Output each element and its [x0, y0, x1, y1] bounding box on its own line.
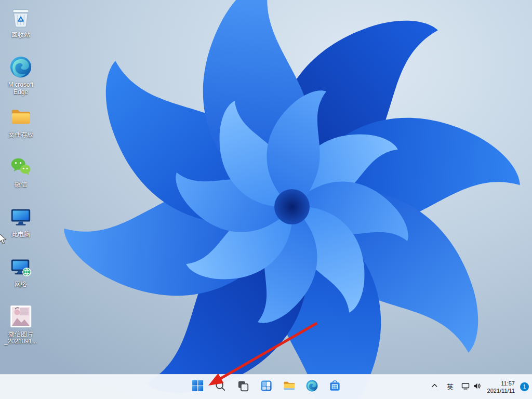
taskbar-center-icons: [187, 375, 345, 399]
search-button[interactable]: [210, 377, 231, 397]
store-button[interactable]: [324, 377, 345, 397]
edge-taskbar-button[interactable]: [301, 377, 322, 397]
recycle-bin-icon: [8, 5, 33, 30]
system-tray: 英 11:57 2021/11/11 1: [428, 375, 529, 399]
desktop-icon-folder[interactable]: 文件存放: [1, 103, 41, 150]
task-view-button[interactable]: [233, 377, 254, 397]
desktop-icon-label: 此电脑: [11, 231, 30, 238]
file-explorer-icon: [283, 379, 296, 394]
task-view-icon: [237, 380, 249, 394]
clock-time: 11:57: [487, 380, 515, 387]
desktop-icon-label: 微信图片_2021091...: [2, 330, 40, 345]
image-thumbnail-icon: [8, 304, 33, 329]
desktop-icon-label: 文件存放: [8, 131, 33, 138]
search-icon: [214, 380, 227, 394]
desktop-icon-edge[interactable]: Microsoft Edge: [1, 53, 41, 100]
network-tray-icon: [461, 382, 470, 392]
desktop-icon-network[interactable]: 网络: [1, 252, 41, 299]
clock[interactable]: 11:57 2021/11/11: [485, 377, 517, 397]
tray-overflow-button[interactable]: [428, 377, 442, 397]
file-explorer-button[interactable]: [278, 377, 299, 397]
store-icon: [328, 379, 341, 394]
notification-badge[interactable]: 1: [520, 382, 529, 391]
chevron-up-icon: [431, 382, 438, 392]
widgets-icon: [260, 379, 273, 394]
folder-icon: [8, 104, 33, 129]
taskbar: 英 11:57 2021/11/11 1: [0, 374, 532, 399]
windows-start-icon: [191, 379, 204, 394]
clock-date: 2021/11/11: [487, 387, 515, 394]
widgets-button[interactable]: [256, 377, 276, 397]
edge-icon: [305, 379, 318, 394]
ime-indicator[interactable]: 英: [443, 377, 458, 397]
desktop-icon-this-pc[interactable]: 此电脑: [1, 203, 41, 249]
desktop-icon-wechat[interactable]: 微信: [1, 153, 41, 200]
desktop-icon-column: 回收站 Microsoft Edge 文件存放: [1, 3, 41, 352]
desktop-icon-label: 回收站: [11, 31, 30, 38]
network-icon: [8, 254, 33, 279]
desktop-icon-wechat-image[interactable]: 微信图片_2021091...: [1, 302, 41, 349]
desktop-icon-label: 微信: [15, 181, 27, 188]
start-button[interactable]: [187, 377, 208, 397]
wechat-icon: [8, 154, 33, 179]
ime-label: 英: [447, 382, 454, 392]
volume-icon: [473, 382, 481, 392]
desktop-icon-label: Microsoft Edge: [2, 81, 40, 96]
network-volume-button[interactable]: [459, 377, 484, 397]
desktop-icon-label: 网络: [15, 281, 27, 288]
edge-icon: [8, 55, 33, 79]
desktop-icon-recycle-bin[interactable]: 回收站: [1, 3, 41, 50]
wallpaper-bloom: [0, 0, 532, 399]
this-pc-icon: [8, 204, 33, 229]
